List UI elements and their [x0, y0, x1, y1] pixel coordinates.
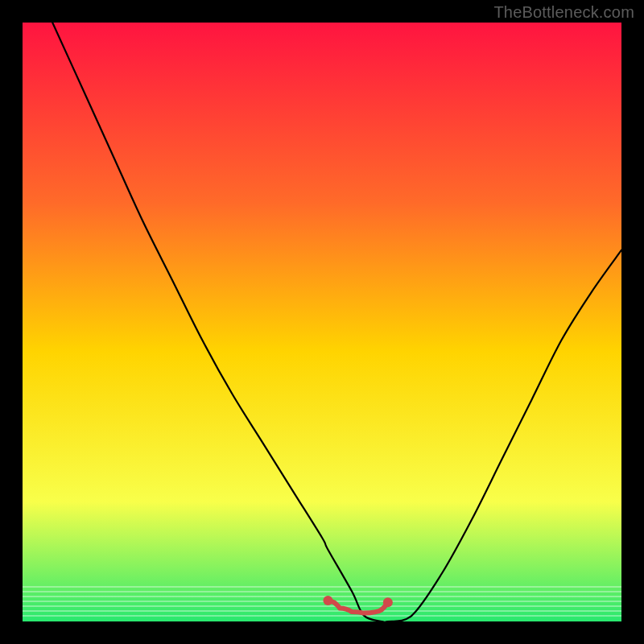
svg-rect-0 — [23, 586, 621, 588]
watermark-text: TheBottleneck.com — [493, 3, 634, 22]
optimal-band-dot-end — [383, 597, 393, 607]
svg-rect-1 — [23, 591, 621, 592]
svg-rect-5 — [23, 610, 621, 612]
svg-rect-2 — [23, 596, 621, 597]
chart-frame: TheBottleneck.com — [0, 0, 644, 644]
chart-svg — [23, 23, 621, 621]
svg-rect-6 — [23, 615, 621, 617]
optimal-band-dot-start — [323, 596, 332, 605]
svg-rect-3 — [23, 601, 621, 602]
svg-rect-4 — [23, 605, 621, 607]
gradient-background — [23, 23, 621, 621]
plot-area — [23, 23, 621, 621]
